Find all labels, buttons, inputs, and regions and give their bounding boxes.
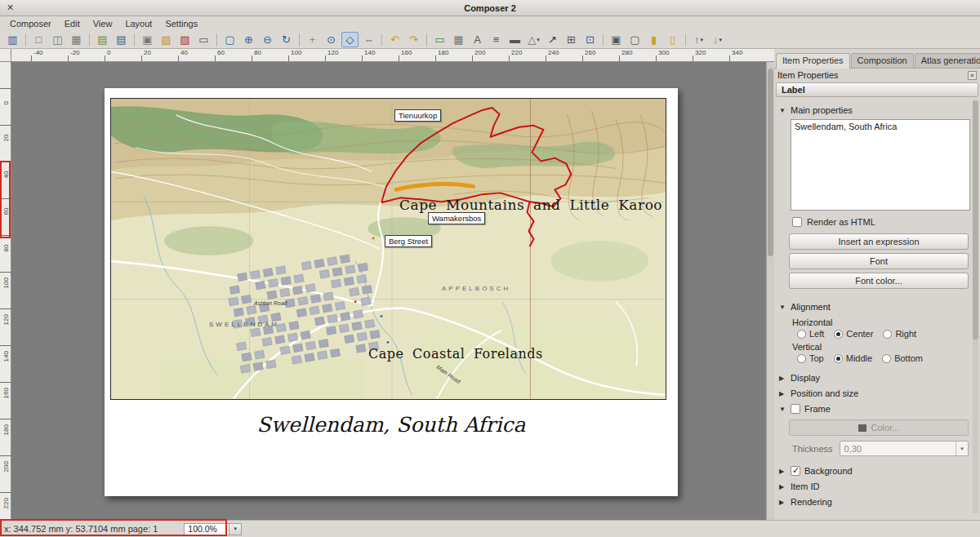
dropdown-caret-icon[interactable]: ▾ bbox=[719, 37, 722, 43]
thickness-label: Thickness bbox=[792, 444, 833, 454]
lower-items-button[interactable]: ↓▾ bbox=[709, 32, 726, 47]
export-pdf-button[interactable]: ▨ bbox=[176, 32, 194, 47]
menu-composer[interactable]: Composer bbox=[3, 16, 58, 31]
export-svg-button[interactable]: ▧ bbox=[158, 32, 175, 47]
export-image-button[interactable]: ▣ bbox=[139, 32, 156, 47]
font-color-button[interactable]: Font color... bbox=[789, 273, 969, 289]
zoom-full-button[interactable]: ▢ bbox=[221, 32, 238, 47]
section-main-properties[interactable]: ▼ Main properties bbox=[779, 102, 972, 118]
section-alignment-label: Alignment bbox=[791, 302, 831, 312]
statusbar: x: 344.752 mm y: 53.7104 mm page: 1 100.… bbox=[0, 520, 980, 537]
panel-scrollbar[interactable] bbox=[973, 100, 978, 513]
radio-selected-icon[interactable] bbox=[834, 330, 843, 339]
add-shape-button[interactable]: △▾ bbox=[525, 32, 542, 47]
panel-close-icon[interactable]: ✕ bbox=[968, 71, 977, 80]
duplicate-composition-button[interactable]: ◫ bbox=[49, 32, 66, 47]
chevron-down-icon: ▼ bbox=[779, 107, 786, 114]
composer-canvas[interactable]: Tienuurkop Wamakersbos Berg Street Cape … bbox=[11, 62, 766, 520]
tab-composition[interactable]: Composition bbox=[851, 53, 914, 68]
menu-layout[interactable]: Layout bbox=[118, 16, 158, 31]
section-frame-label: Frame bbox=[804, 404, 831, 414]
panel-scrollbar-thumb[interactable] bbox=[973, 100, 978, 340]
menu-settings[interactable]: Settings bbox=[158, 16, 204, 31]
frame-checkbox[interactable] bbox=[791, 404, 800, 414]
group-items-button[interactable]: ▣ bbox=[608, 32, 625, 47]
add-image-button[interactable]: ▦ bbox=[450, 32, 467, 47]
map-item[interactable]: Tienuurkop Wamakersbos Berg Street Cape … bbox=[110, 98, 666, 400]
section-item-id[interactable]: ▶ Item ID bbox=[779, 478, 972, 494]
add-map-button[interactable]: ▭ bbox=[431, 32, 448, 47]
move-item-content-button[interactable]: ⇔ bbox=[360, 32, 377, 47]
radio-top[interactable]: Top bbox=[797, 353, 824, 363]
section-alignment[interactable]: ▼ Alignment bbox=[779, 299, 972, 314]
add-html-frame-button[interactable]: ⊡ bbox=[581, 32, 599, 47]
radio-bottom[interactable]: Bottom bbox=[882, 353, 923, 363]
label-text-input[interactable]: Swellendam, South Africa bbox=[791, 119, 970, 211]
section-display[interactable]: ▶ Display bbox=[779, 370, 972, 385]
spinbox-caret-icon[interactable]: ▾ bbox=[956, 442, 968, 455]
ungroup-items-button[interactable]: ▢ bbox=[626, 32, 644, 47]
scrollbar-thumb[interactable] bbox=[768, 69, 773, 256]
print-button[interactable]: ▭ bbox=[195, 32, 212, 47]
zoom-tool-button[interactable]: ⊙ bbox=[323, 32, 340, 47]
section-position-size[interactable]: ▶ Position and size bbox=[779, 385, 972, 401]
item-type-header: Label bbox=[776, 82, 978, 97]
composition-page[interactable]: Tienuurkop Wamakersbos Berg Street Cape … bbox=[105, 88, 678, 496]
radio-icon[interactable] bbox=[883, 330, 892, 339]
font-button[interactable]: Font bbox=[789, 253, 969, 269]
pan-tool-button[interactable]: + bbox=[304, 32, 321, 47]
radio-icon[interactable] bbox=[797, 354, 806, 363]
new-composition-button[interactable]: □ bbox=[30, 32, 47, 47]
radio-center[interactable]: Center bbox=[834, 329, 873, 339]
zoom-in-button[interactable]: ⊕ bbox=[240, 32, 257, 47]
thickness-spinbox[interactable]: 0,30 ▾ bbox=[840, 441, 969, 456]
raise-items-button[interactable]: ↑▾ bbox=[690, 32, 707, 47]
select-move-item-button[interactable]: ◇ bbox=[341, 32, 359, 47]
zoom-dropdown-icon[interactable]: ▾ bbox=[229, 523, 242, 535]
radio-right[interactable]: Right bbox=[883, 329, 916, 339]
add-legend-button[interactable]: ≡ bbox=[488, 32, 505, 47]
add-scalebar-button[interactable]: ▬ bbox=[506, 32, 523, 47]
composition-manager-button[interactable]: ▦ bbox=[68, 32, 85, 47]
dropdown-caret-icon[interactable]: ▾ bbox=[537, 37, 540, 43]
menu-edit[interactable]: Edit bbox=[58, 16, 87, 31]
vertical-alignment-group: Top Middle Bottom bbox=[797, 353, 972, 363]
render-as-html-row[interactable]: Render as HTML bbox=[792, 217, 972, 227]
section-rendering[interactable]: ▶ Rendering bbox=[779, 494, 972, 509]
add-arrow-button[interactable]: ↗ bbox=[544, 32, 561, 47]
tab-item-properties[interactable]: Item Properties bbox=[776, 53, 850, 69]
insert-expression-button[interactable]: Insert an expression bbox=[789, 233, 969, 250]
canvas-vertical-scrollbar[interactable] bbox=[766, 62, 774, 520]
section-background[interactable]: ▶ Background bbox=[779, 463, 972, 478]
unlock-items-button[interactable]: ▯ bbox=[664, 32, 681, 47]
redo-button[interactable]: ↷ bbox=[405, 32, 422, 47]
radio-selected-icon[interactable] bbox=[834, 354, 843, 363]
add-attribute-table-button[interactable]: ⊞ bbox=[563, 32, 580, 47]
section-frame[interactable]: ▼ Frame bbox=[779, 401, 972, 416]
save-project-button[interactable]: ▥ bbox=[4, 32, 21, 47]
add-shape-icon: △ bbox=[528, 34, 536, 45]
radio-left[interactable]: Left bbox=[797, 329, 824, 339]
ruler-tick: 200 bbox=[472, 55, 473, 61]
radio-icon[interactable] bbox=[882, 354, 891, 363]
zoom-combo[interactable]: 100.0% ▾ bbox=[184, 523, 242, 535]
dropdown-caret-icon[interactable]: ▾ bbox=[700, 37, 703, 43]
zoom-level-field[interactable]: 100.0% bbox=[184, 523, 229, 535]
add-label-button[interactable]: A bbox=[469, 32, 486, 47]
zoom-out-button[interactable]: ⊖ bbox=[259, 32, 276, 47]
radio-middle[interactable]: Middle bbox=[834, 353, 872, 363]
undo-button[interactable]: ↶ bbox=[386, 32, 403, 47]
radio-icon[interactable] bbox=[797, 330, 806, 339]
background-checkbox[interactable] bbox=[791, 466, 800, 476]
render-as-html-checkbox[interactable] bbox=[792, 217, 802, 227]
tab-atlas-generation[interactable]: Atlas generation bbox=[915, 53, 980, 68]
menu-view[interactable]: View bbox=[87, 16, 119, 31]
lock-items-button[interactable]: ▮ bbox=[645, 32, 662, 47]
window-close-icon[interactable]: ✕ bbox=[7, 2, 14, 13]
load-template-button[interactable]: ▤ bbox=[94, 32, 111, 47]
page-title-label-item[interactable]: Swellendam, South Africa bbox=[105, 413, 678, 437]
refresh-view-button[interactable]: ↻ bbox=[278, 32, 295, 47]
save-template-button[interactable]: ▤ bbox=[113, 32, 130, 47]
zoom-full-icon: ▢ bbox=[225, 34, 234, 45]
frame-color-button[interactable]: Color... bbox=[789, 419, 969, 436]
